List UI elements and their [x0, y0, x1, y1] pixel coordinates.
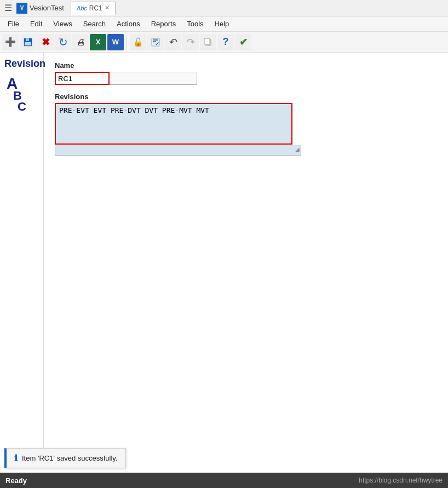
assign-button[interactable] [147, 34, 164, 50]
status-bar: Ready https://blog.csdn.net/hwytree [0, 473, 448, 488]
validate-button[interactable]: ✔ [235, 34, 251, 50]
title-bar: ☰ V VesionTest Abc RC1 ✕ [0, 0, 448, 16]
toast-notification: ℹ Item 'RC1' saved successfully. [4, 448, 126, 468]
save-button[interactable] [20, 34, 36, 50]
print-button[interactable]: 🖨 [72, 34, 89, 50]
menu-reports[interactable]: Reports [146, 18, 182, 30]
resize-handle-icon[interactable]: ◢ [295, 146, 300, 152]
revisions-container: PRE-EVT EVT PRE-DVT DVT PRE-MVT MVT ◢ [55, 103, 301, 156]
revisions-red-border: PRE-EVT EVT PRE-DVT DVT PRE-MVT MVT [55, 103, 292, 145]
menu-actions[interactable]: Actions [111, 18, 146, 30]
refresh-button[interactable]: ↻ [55, 34, 71, 50]
status-url: https://blog.csdn.net/hwytree [359, 476, 443, 484]
revision-title: Revision [4, 58, 45, 70]
redo-button[interactable]: ↷ [182, 34, 199, 50]
cancel-button[interactable]: ✖ [37, 34, 54, 50]
toast-message: Item 'RC1' saved successfully. [22, 454, 118, 462]
name-row [55, 72, 437, 85]
menu-help[interactable]: Help [209, 18, 235, 30]
name-input[interactable] [55, 72, 110, 85]
tab-icon: Abc [77, 5, 87, 12]
app-name: VesionTest [30, 4, 64, 12]
menu-search[interactable]: Search [78, 18, 111, 30]
revision-icon: A B C [7, 76, 26, 113]
menu-tools[interactable]: Tools [181, 18, 209, 30]
menu-views[interactable]: Views [48, 18, 77, 30]
name-input-extra [110, 72, 197, 85]
help-button[interactable]: ? [217, 34, 234, 50]
lock-button[interactable]: 🔓 [130, 34, 146, 50]
svg-rect-6 [204, 38, 210, 44]
app-icon: V [16, 3, 27, 14]
toast-info-icon: ℹ [14, 453, 18, 463]
menu-file[interactable]: File [2, 18, 25, 30]
revisions-label: Revisions [55, 93, 437, 101]
undo-button[interactable]: ↶ [165, 34, 181, 50]
excel-button[interactable]: X [90, 34, 106, 50]
icon-letter-c: C [18, 100, 26, 113]
main-form: Name Revisions PRE-EVT EVT PRE-DVT DVT P… [44, 53, 448, 455]
tab-close-button[interactable]: ✕ [105, 4, 110, 12]
content-area: Revision A B C Name Revisions PRE-EVT EV… [0, 53, 448, 455]
svg-rect-2 [25, 42, 31, 45]
tab-label: RC1 [89, 4, 102, 12]
active-tab[interactable]: Abc RC1 ✕ [71, 2, 116, 15]
copy-button[interactable] [200, 34, 216, 50]
word-button[interactable]: W [107, 34, 124, 50]
status-ready: Ready [5, 476, 27, 485]
toolbar: ➕ ✖ ↻ 🖨 X W 🔓 ↶ ↷ ? ✔ [0, 32, 448, 53]
menu-edit[interactable]: Edit [25, 18, 48, 30]
revisions-textarea[interactable]: PRE-EVT EVT PRE-DVT DVT PRE-MVT MVT [56, 104, 291, 143]
toolbar-separator-1 [127, 36, 127, 49]
hamburger-menu-button[interactable]: ☰ [2, 2, 14, 14]
left-sidebar: Revision A B C [0, 53, 44, 455]
name-label: Name [55, 61, 437, 70]
add-button[interactable]: ➕ [2, 34, 19, 50]
svg-rect-1 [26, 38, 29, 41]
revisions-extra-area: ◢ [55, 145, 301, 156]
menu-bar: File Edit Views Search Actions Reports T… [0, 16, 448, 32]
